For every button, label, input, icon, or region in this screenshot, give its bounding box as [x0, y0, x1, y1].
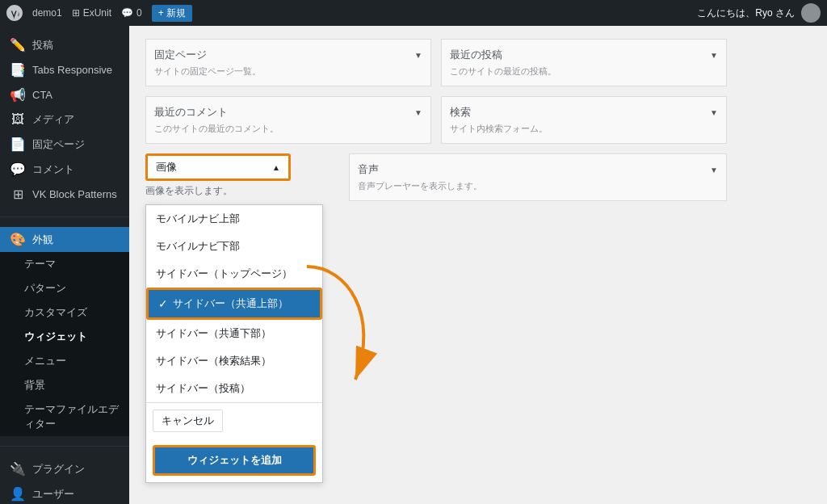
sidebar-divider-1 — [0, 216, 129, 217]
vk-block-icon: ⊞ — [10, 187, 26, 202]
media-icon: 🖼 — [10, 112, 26, 127]
sidebar-item-pages[interactable]: 📄 固定ページ — [0, 132, 129, 157]
checkmark-icon: ✓ — [158, 297, 168, 310]
image-dropdown-value: 画像 — [156, 160, 177, 174]
pages-icon: 📄 — [10, 136, 26, 152]
greeting-text: こんにちは、Ryo さん — [697, 6, 795, 20]
sidebar-item-widgets[interactable]: ウィジェット — [0, 325, 129, 349]
widget-label-fixed-pages: 固定ページ — [154, 48, 207, 62]
sidebar: ✏️ 投稿 📑 Tabs Responsive 📢 CTA 🖼 メディア 📄 固… — [0, 26, 129, 504]
comments-icon: 💬 — [121, 7, 133, 19]
sidebar-bottom-section: 🔌 プラグイン 👤 ユーザー 🔧 ツール ⚙ 設定 — [0, 450, 129, 504]
dd-option-label-sidebar-search: サイドバー（検索結果） — [156, 354, 271, 368]
sidebar-label-patterns: パターン — [24, 281, 66, 296]
widget-arrow-sound[interactable]: ▼ — [710, 166, 718, 174]
dd-option-label-sidebar-top: サイドバー（トップページ） — [156, 267, 292, 281]
sidebar-item-themes[interactable]: テーマ — [0, 252, 129, 276]
dd-option-label-sidebar-common-bottom: サイドバー（共通下部） — [156, 326, 271, 341]
add-widget-button[interactable]: ウィジェットを追加 — [153, 445, 316, 476]
image-widget-area: 画像 ▲ 画像を表示します。 モバイルナビ上部 モバイルナビ下部 サイドバー（ト… — [145, 153, 727, 204]
image-widget-section: 画像 ▲ 画像を表示します。 モバイルナビ上部 モバイルナビ下部 サイドバー（ト… — [145, 153, 339, 204]
dd-option-label-mobile-top: モバイルナビ上部 — [156, 212, 240, 226]
widget-sound: 音声 ▼ 音声プレーヤーを表示します。 — [349, 153, 727, 201]
sidebar-label-themes: テーマ — [24, 257, 56, 271]
sidebar-label-media: メディア — [32, 112, 74, 127]
dd-option-sidebar-post[interactable]: サイドバー（投稿） — [146, 375, 322, 402]
sidebar-item-patterns[interactable]: パターン — [0, 276, 129, 300]
appearance-icon: 🎨 — [10, 232, 26, 247]
users-icon: 👤 — [10, 486, 26, 502]
dropdown-actions-row: キャンセル — [146, 402, 322, 439]
image-dropdown-arrow-icon: ▲ — [272, 163, 280, 172]
widget-arrow-recent-posts[interactable]: ▼ — [414, 108, 422, 117]
sidebar-label-appearance: 外観 — [32, 233, 53, 247]
widget-label-sound: 音声 — [358, 162, 379, 177]
widget-recent-comments: 最近の投稿 ▼ このサイトの最近の投稿。 — [441, 39, 727, 86]
sidebar-item-media[interactable]: 🖼 メディア — [0, 107, 129, 132]
admin-bar: demo1 ⊞ ExUnit 💬 0 + 新規 こんにちは、Ryo さん — [0, 0, 827, 26]
plugins-icon: 🔌 — [10, 461, 26, 477]
widget-label-search: 検索 — [450, 105, 471, 120]
sidebar-label-vk-block: VK Block Patterns — [32, 188, 117, 200]
image-dropdown-desc: 画像を表示します。 — [145, 184, 339, 198]
sidebar-item-vk-block[interactable]: ⊞ VK Block Patterns — [0, 182, 129, 207]
wp-logo-icon[interactable] — [6, 5, 23, 21]
widget-search: 検索 ▼ サイト内検索フォーム。 — [441, 96, 727, 144]
sound-widget-section: 音声 ▼ 音声プレーヤーを表示します。 — [349, 153, 727, 204]
sidebar-label-posts: 投稿 — [32, 38, 53, 52]
sidebar-label-cta: CTA — [32, 89, 52, 101]
dd-option-sidebar-common-bottom[interactable]: サイドバー（共通下部） — [146, 320, 322, 347]
sidebar-submenu-appearance: テーマ パターン カスタマイズ ウィジェット メニュー 背景 テ — [0, 252, 129, 436]
sidebar-item-customize[interactable]: カスタマイズ — [0, 300, 129, 325]
add-widget-container: ウィジェットを追加 — [146, 439, 322, 482]
dd-option-mobile-top[interactable]: モバイルナビ上部 — [146, 205, 322, 233]
sidebar-item-posts[interactable]: ✏️ 投稿 — [0, 32, 129, 57]
sidebar-item-tabs-responsive[interactable]: 📑 Tabs Responsive — [0, 57, 129, 82]
admin-bar-right: こんにちは、Ryo さん — [697, 3, 821, 23]
comments-sidebar-icon: 💬 — [10, 162, 26, 177]
sidebar-label-widgets: ウィジェット — [24, 330, 87, 344]
exunit-icon: ⊞ — [72, 7, 80, 19]
new-post-button[interactable]: + 新規 — [152, 5, 192, 22]
exunit-link[interactable]: ⊞ ExUnit — [72, 7, 111, 19]
posts-icon: ✏️ — [10, 37, 26, 52]
sidebar-appearance-section: 🎨 外観 テーマ パターン カスタマイズ ウィジェット メニュー — [0, 220, 129, 443]
widget-desc-search: サイト内検索フォーム。 — [450, 123, 718, 135]
widget-arrow-recent-comments[interactable]: ▼ — [710, 51, 718, 60]
sidebar-item-users[interactable]: 👤 ユーザー — [0, 481, 129, 504]
widget-arrow-search[interactable]: ▼ — [710, 108, 718, 117]
sidebar-item-menus[interactable]: メニュー — [0, 349, 129, 373]
dd-option-sidebar-search[interactable]: サイドバー（検索結果） — [146, 347, 322, 375]
image-dropdown-menu: モバイルナビ上部 モバイルナビ下部 サイドバー（トップページ） ✓ サイドバー（… — [145, 204, 323, 483]
dd-option-mobile-bottom[interactable]: モバイルナビ下部 — [146, 233, 322, 260]
sidebar-item-theme-editor[interactable]: テーマファイルエディター — [0, 397, 129, 436]
dd-option-sidebar-top[interactable]: サイドバー（トップページ） — [146, 260, 322, 288]
site-name[interactable]: demo1 — [32, 7, 62, 19]
cancel-button[interactable]: キャンセル — [153, 410, 223, 432]
sidebar-top-section: ✏️ 投稿 📑 Tabs Responsive 📢 CTA 🖼 メディア 📄 固… — [0, 26, 129, 213]
widget-label-recent-comments: 最近の投稿 — [450, 48, 502, 62]
dd-option-label-sidebar-common-top: サイドバー（共通上部） — [173, 296, 288, 311]
dd-option-sidebar-common-top[interactable]: ✓ サイドバー（共通上部） — [146, 288, 322, 320]
sidebar-item-comments[interactable]: 💬 コメント — [0, 157, 129, 182]
widget-desc-recent-posts: このサイトの最近のコメント。 — [154, 123, 422, 135]
widget-arrow-fixed-pages[interactable]: ▼ — [414, 51, 422, 60]
user-avatar[interactable] — [801, 3, 821, 23]
top-widget-grid: 固定ページ ▼ サイトの固定ページ一覧。 最近の投稿 ▼ このサイトの最近の投稿… — [145, 39, 727, 144]
sidebar-item-background[interactable]: 背景 — [0, 373, 129, 397]
sidebar-item-plugins[interactable]: 🔌 プラグイン — [0, 456, 129, 481]
widget-desc-recent-comments: このサイトの最近の投稿。 — [450, 65, 718, 78]
cta-icon: 📢 — [10, 87, 26, 103]
sidebar-label-plugins: プラグイン — [32, 462, 85, 477]
widget-desc-sound: 音声プレーヤーを表示します。 — [358, 180, 718, 192]
app-layout: ✏️ 投稿 📑 Tabs Responsive 📢 CTA 🖼 メディア 📄 固… — [0, 0, 827, 504]
sidebar-label-background: 背景 — [24, 378, 45, 393]
sidebar-item-cta[interactable]: 📢 CTA — [0, 82, 129, 107]
dd-option-label-mobile-bottom: モバイルナビ下部 — [156, 239, 240, 254]
image-dropdown-trigger[interactable]: 画像 ▲ — [145, 153, 291, 181]
widget-desc-fixed-pages: サイトの固定ページ一覧。 — [154, 65, 422, 78]
sidebar-label-customize: カスタマイズ — [24, 305, 87, 320]
sidebar-item-appearance[interactable]: 🎨 外観 — [0, 227, 129, 252]
comments-link[interactable]: 💬 0 — [121, 7, 142, 19]
sidebar-label-theme-editor: テーマファイルエディター — [24, 402, 120, 431]
